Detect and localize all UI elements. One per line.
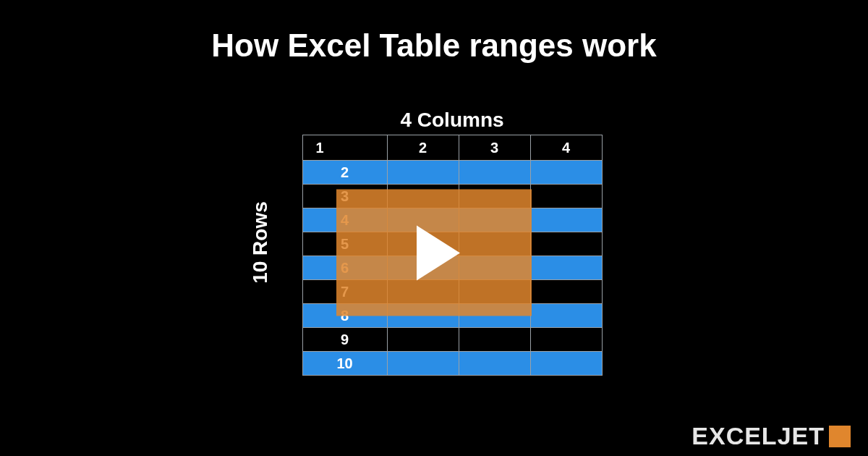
table-row: 9	[302, 328, 602, 352]
table-cell	[387, 328, 459, 352]
row-number-cell: 2	[302, 161, 387, 185]
table-cell	[459, 161, 530, 185]
brand-logo: EXCELJET	[692, 422, 851, 450]
table-row: 2	[302, 161, 602, 185]
rows-label: 10 Rows	[249, 201, 272, 284]
table-cell	[387, 161, 459, 185]
row-number-cell: 9	[302, 328, 387, 352]
row-number-cell: 10	[302, 352, 387, 376]
table-cell	[530, 185, 602, 208]
table-cell	[387, 352, 459, 376]
table-wrap: 4 Columns 10 Rows 1 2 3 4 2345678910	[266, 109, 603, 376]
header-cell: 4	[530, 135, 602, 161]
stage: 4 Columns 10 Rows 1 2 3 4 2345678910	[0, 109, 868, 376]
table-cell	[530, 161, 602, 185]
header-cell: 1	[302, 135, 387, 161]
table-cell	[530, 328, 602, 352]
table-cell	[530, 280, 602, 304]
table-cell	[530, 352, 602, 376]
table-row: 10	[302, 352, 602, 376]
table-header-row: 1 2 3 4	[302, 135, 602, 161]
brand-logo-accent-icon	[829, 426, 851, 447]
rows-label-container: 10 Rows	[249, 160, 272, 242]
brand-logo-text: EXCELJET	[692, 422, 825, 450]
table-cell	[530, 208, 602, 232]
header-cell: 2	[387, 135, 459, 161]
columns-label: 4 Columns	[302, 109, 603, 132]
page-title: How Excel Table ranges work	[0, 0, 868, 64]
table-cell	[530, 232, 602, 256]
play-button[interactable]	[336, 190, 532, 316]
table-cell	[459, 328, 530, 352]
play-icon	[417, 225, 460, 280]
header-cell: 3	[459, 135, 530, 161]
table-cell	[530, 256, 602, 280]
table-cell	[459, 352, 530, 376]
table-cell	[530, 304, 602, 328]
